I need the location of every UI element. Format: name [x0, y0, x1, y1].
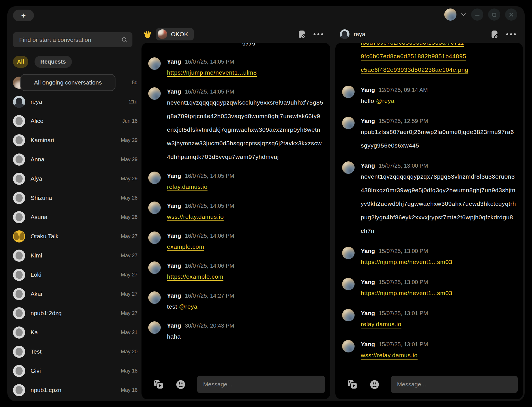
conversation-row[interactable]: AsunaMay 28	[13, 207, 139, 227]
conversation-row[interactable]: KaMay 21	[13, 323, 139, 342]
message-input[interactable]	[197, 376, 325, 393]
emoji-icon[interactable]	[176, 380, 186, 389]
conversation-row[interactable]: ShizunaMay 28	[13, 188, 139, 207]
close-button[interactable]	[505, 8, 517, 21]
conversation-row[interactable]: KimiMay 27	[13, 246, 139, 265]
conversation-row[interactable]: AkaiMay 27	[13, 284, 139, 304]
conversation-row[interactable]: reya21d	[13, 92, 139, 111]
emoji-icon[interactable]	[370, 380, 379, 389]
chevron-down-icon[interactable]	[461, 13, 466, 16]
conversation-row[interactable]: LokiMay 27	[13, 265, 139, 284]
sender-avatar[interactable]	[148, 202, 161, 214]
message-link[interactable]: c5ae6f482e93933d502238ae104e.png	[361, 63, 516, 77]
sender-avatar[interactable]	[342, 117, 355, 129]
sender-name[interactable]: Yang	[361, 247, 375, 255]
sender-avatar[interactable]	[148, 321, 161, 334]
message-header: Yang16/07/25, 14:05 PM	[167, 202, 323, 210]
message-link[interactable]: https://njump.me/nevent1...sm03	[361, 290, 452, 296]
message-link[interactable]: f8dd769c762fc83393d6f13386/7c711	[361, 43, 516, 49]
sender-avatar[interactable]	[342, 340, 355, 352]
mention-link[interactable]: @reya	[376, 98, 394, 104]
message-timestamp: 12/07/25, 09:14 AM	[379, 86, 428, 94]
sender-name[interactable]: Yang	[167, 57, 181, 66]
media-attach-icon[interactable]	[153, 380, 164, 389]
message-timestamp: 15/07/25, 13:00 PM	[379, 161, 428, 170]
message-link[interactable]: relay.damus.io	[361, 321, 401, 327]
sender-avatar[interactable]	[148, 291, 161, 304]
message-input[interactable]	[391, 376, 518, 393]
message-link[interactable]: wss://relay.damus.io	[167, 213, 224, 220]
message-link[interactable]: relay.damus.io	[167, 183, 207, 190]
sender-name[interactable]: Yang	[361, 161, 375, 170]
note-edit-icon[interactable]	[491, 30, 498, 39]
message-panel-reya: f8dd769c762fc83393d6f13386/7c7119fc6b07e…	[335, 43, 523, 399]
sender-avatar[interactable]	[148, 57, 161, 70]
message-header: Yang16/07/25, 14:06 PM	[167, 261, 323, 270]
more-options-icon[interactable]	[506, 33, 516, 36]
search-input[interactable]	[19, 36, 121, 44]
sender-name[interactable]: Yang	[361, 117, 375, 125]
message-timestamp: 16/07/25, 14:06 PM	[185, 261, 234, 270]
chat-header-okok: OKOK	[141, 27, 330, 41]
sender-avatar[interactable]	[342, 161, 355, 174]
conversation-row[interactable]: npub1:2dzgMay 27	[13, 304, 139, 323]
sender-name[interactable]: Yang	[361, 340, 375, 348]
chat-header-actions	[298, 30, 330, 39]
more-options-icon[interactable]	[313, 33, 323, 36]
sender-avatar[interactable]	[148, 261, 161, 274]
new-chat-button[interactable]: +	[13, 10, 34, 21]
sender-name[interactable]: Yang	[167, 87, 181, 96]
sender-avatar[interactable]	[148, 87, 161, 100]
conversation-row[interactable]: GiviMay 18	[13, 361, 139, 380]
message-link[interactable]: wss://relay.damus.io	[361, 352, 418, 358]
message-link[interactable]: https://example.com	[167, 273, 223, 280]
conversation-row[interactable]: npub1:cpznMay 16	[13, 380, 139, 400]
sender-name[interactable]: Yang	[167, 231, 181, 240]
conversation-row[interactable]: AnnaMay 29	[13, 150, 139, 169]
minimize-button[interactable]	[471, 8, 483, 21]
mention-link[interactable]: @reya	[179, 303, 198, 310]
conversation-row[interactable]: TestMay 20	[13, 342, 139, 361]
conversation-date: May 27	[121, 272, 139, 278]
chat-title-pill[interactable]: OKOK	[156, 28, 194, 40]
sender-avatar[interactable]	[342, 86, 355, 98]
sender-name[interactable]: Yang	[167, 202, 181, 210]
sender-name[interactable]: Yang	[167, 291, 181, 300]
sender-name[interactable]: Yang	[361, 86, 375, 94]
sender-avatar[interactable]	[148, 172, 161, 184]
sender-avatar[interactable]	[342, 309, 355, 321]
tab-all[interactable]: All	[13, 56, 28, 68]
message-scroll-area[interactable]: gyyg Yang16/07/25, 14:05 PMhttps://njump…	[141, 43, 330, 375]
media-attach-icon[interactable]	[347, 380, 358, 389]
sender-name[interactable]: Yang	[361, 278, 375, 286]
conversation-row[interactable]: Otaku TalkMay 27	[13, 227, 139, 246]
conversation-row[interactable]: KaminariMay 29	[13, 131, 139, 150]
sender-name[interactable]: Yang	[361, 309, 375, 317]
message-header: Yang16/07/25, 14:05 PM	[167, 87, 323, 96]
tab-requests[interactable]: Requests	[35, 56, 72, 68]
sender-name[interactable]: Yang	[167, 172, 181, 180]
message-link[interactable]: 9fc6b07ed8ce6d251882b9851b44895	[361, 49, 516, 63]
message-row: Yang15/07/25, 13:00 PMhttps://njump.me/n…	[342, 278, 516, 300]
note-edit-icon[interactable]	[298, 30, 306, 39]
conversation-date: May 29	[121, 176, 139, 182]
message-link[interactable]: example.com	[167, 243, 204, 250]
sender-name[interactable]: Yang	[167, 261, 181, 270]
message-link[interactable]: https://njump.me/nevent1...ulm8	[167, 69, 257, 76]
default-avatar	[13, 384, 25, 396]
message-scroll-area[interactable]: f8dd769c762fc83393d6f13386/7c7119fc6b07e…	[335, 43, 523, 375]
conversation-row[interactable]: AlyaMay 29	[13, 169, 139, 188]
message-body: Yang15/07/25, 13:00 PMhttps://njump.me/n…	[361, 278, 516, 300]
conversation-list: 5dreya21dAliceJun 18KaminariMay 29AnnaMa…	[13, 73, 139, 401]
sender-avatar[interactable]	[342, 247, 355, 259]
conversation-row[interactable]: AliceJun 18	[13, 111, 139, 131]
chat-avatar[interactable]	[340, 29, 349, 39]
sender-avatar[interactable]	[342, 278, 355, 290]
sender-name[interactable]: Yang	[167, 321, 181, 330]
chat-title: reya	[354, 31, 365, 38]
message-link[interactable]: https://njump.me/nevent1...sm03	[361, 259, 452, 265]
maximize-button[interactable]	[488, 8, 500, 21]
sender-avatar[interactable]	[148, 231, 161, 244]
search-bar[interactable]	[13, 32, 132, 47]
user-avatar[interactable]	[444, 8, 456, 21]
